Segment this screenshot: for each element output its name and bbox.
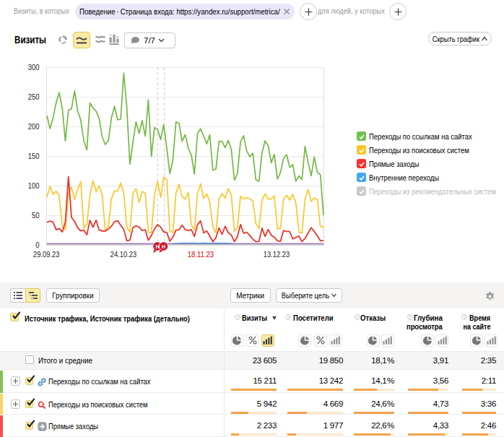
svg-text:150: 150: [28, 152, 40, 160]
svg-text:200: 200: [28, 122, 40, 131]
svg-text:Н: Н: [155, 244, 159, 249]
svg-text:0: 0: [35, 241, 39, 249]
svg-text:29.09.23: 29.09.23: [33, 250, 60, 259]
svg-text:50: 50: [32, 211, 40, 220]
svg-text:18.11.23: 18.11.23: [188, 250, 214, 259]
svg-text:250: 250: [28, 92, 40, 101]
svg-text:100: 100: [28, 181, 40, 190]
svg-text:Н: Н: [162, 244, 165, 249]
svg-text:13.12.23: 13.12.23: [264, 250, 290, 259]
svg-text:24.10.23: 24.10.23: [110, 250, 137, 259]
svg-text:300: 300: [28, 63, 40, 72]
